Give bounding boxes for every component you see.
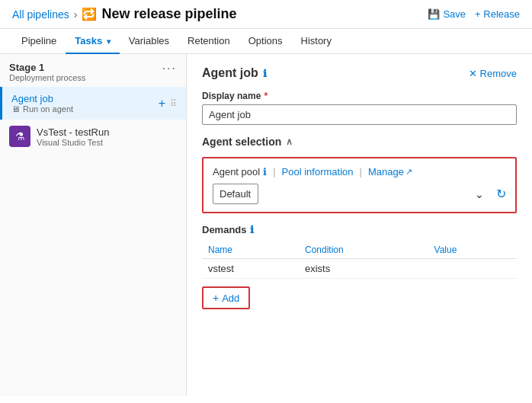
stage-sub: Deployment process	[9, 73, 85, 82]
content-title-group: Agent job ℹ	[202, 66, 267, 80]
remove-icon: ✕	[469, 68, 477, 79]
display-name-label: Display name *	[202, 91, 517, 101]
pool-select-wrapper: Default	[213, 184, 490, 204]
vstest-title: VsTest - testRun	[37, 126, 109, 138]
add-icon: +	[213, 292, 219, 304]
sep2: |	[360, 166, 362, 178]
vstest-info: VsTest - testRun Visual Studio Test	[37, 126, 109, 147]
release-button[interactable]: + Release	[475, 8, 520, 20]
agent-pool-header: Agent pool ℹ | Pool information | Manage…	[213, 166, 506, 178]
pipeline-icon: 🔁	[82, 7, 97, 21]
breadcrumb-link[interactable]: All pipelines	[12, 8, 69, 21]
pool-select-row: Default ↻	[213, 184, 506, 204]
tab-pipeline[interactable]: Pipeline	[12, 29, 66, 54]
display-name-input[interactable]	[202, 104, 517, 125]
agent-pool-box: Agent pool ℹ | Pool information | Manage…	[202, 157, 517, 213]
top-header: All pipelines › 🔁 New release pipeline 💾…	[0, 0, 532, 29]
demand-cell-value	[428, 259, 517, 279]
demands-header: Demands ℹ	[202, 224, 517, 235]
display-name-field-group: Display name *	[202, 91, 517, 125]
remove-button[interactable]: ✕ Remove	[469, 68, 517, 79]
col-name: Name	[202, 241, 299, 259]
external-link-icon: ↗	[405, 167, 412, 177]
stage-header: Stage 1 Deployment process ···	[0, 54, 186, 87]
agent-selection-label: Agent selection	[202, 136, 281, 148]
content-title-text: Agent job	[202, 66, 258, 80]
sidebar: Stage 1 Deployment process ··· Agent job…	[0, 54, 187, 396]
breadcrumb: All pipelines › 🔁 New release pipeline	[12, 6, 236, 22]
add-demand-button[interactable]: + Add	[202, 286, 250, 309]
demand-cell-name: vstest	[202, 259, 299, 279]
col-condition: Condition	[299, 241, 428, 259]
agent-selection-header[interactable]: Agent selection ∧	[202, 136, 517, 148]
save-icon: 💾	[428, 8, 440, 20]
run-on-agent-icon: 🖥	[11, 104, 20, 114]
demands-info-icon[interactable]: ℹ	[250, 224, 254, 235]
agent-job-title: Agent job	[11, 93, 159, 104]
pipeline-title-text: New release pipeline	[101, 6, 236, 22]
content-area: Agent job ℹ ✕ Remove Display name * Agen…	[187, 54, 532, 396]
required-indicator: *	[264, 91, 268, 101]
pipeline-title: 🔁 New release pipeline	[82, 6, 236, 22]
tasks-dropdown-arrow: ▾	[107, 37, 111, 46]
main-layout: Stage 1 Deployment process ··· Agent job…	[0, 54, 532, 396]
sidebar-item-vstest[interactable]: ⚗ VsTest - testRun Visual Studio Test	[0, 120, 186, 153]
tab-tasks[interactable]: Tasks ▾	[66, 29, 120, 54]
header-actions: 💾 Save + Release	[428, 8, 520, 20]
sep1: |	[273, 166, 275, 178]
pool-info-icon[interactable]: ℹ	[263, 166, 267, 178]
stage-name: Stage 1	[9, 62, 85, 73]
agent-selection-chevron: ∧	[286, 136, 293, 147]
pool-information-link[interactable]: Pool information	[282, 166, 354, 178]
content-header: Agent job ℹ ✕ Remove	[202, 66, 517, 80]
vstest-sub: Visual Studio Test	[37, 138, 109, 147]
breadcrumb-separator: ›	[74, 8, 78, 21]
stage-menu-button[interactable]: ···	[162, 62, 177, 75]
sidebar-item-agent-job[interactable]: Agent job 🖥 Run on agent + ⠿	[0, 87, 186, 120]
agent-job-drag-handle[interactable]: ⠿	[170, 98, 177, 109]
manage-link[interactable]: Manage ↗	[368, 166, 412, 178]
agent-job-actions: + ⠿	[159, 97, 177, 110]
stage-info: Stage 1 Deployment process	[9, 62, 85, 82]
nav-tabs: Pipeline Tasks ▾ Variables Retention Opt…	[0, 29, 532, 54]
agent-job-add-button[interactable]: +	[159, 97, 165, 110]
pool-select[interactable]: Default	[213, 184, 258, 204]
tab-retention[interactable]: Retention	[178, 29, 239, 54]
tab-options[interactable]: Options	[239, 29, 292, 54]
save-button[interactable]: 💾 Save	[428, 8, 466, 20]
agent-job-sub: 🖥 Run on agent	[11, 104, 159, 114]
demand-cell-condition: exists	[299, 259, 428, 279]
demands-table: Name Condition Value vstestexists	[202, 241, 517, 279]
col-value: Value	[428, 241, 517, 259]
demands-table-header-row: Name Condition Value	[202, 241, 517, 259]
tab-variables[interactable]: Variables	[120, 29, 178, 54]
agent-job-content: Agent job 🖥 Run on agent	[11, 93, 159, 114]
table-row: vstestexists	[202, 259, 517, 279]
vstest-icon: ⚗	[9, 126, 30, 147]
agent-job-info-icon[interactable]: ℹ	[263, 68, 267, 79]
tab-history[interactable]: History	[292, 29, 341, 54]
agent-pool-label: Agent pool ℹ	[213, 166, 267, 178]
refresh-button[interactable]: ↻	[496, 187, 506, 201]
